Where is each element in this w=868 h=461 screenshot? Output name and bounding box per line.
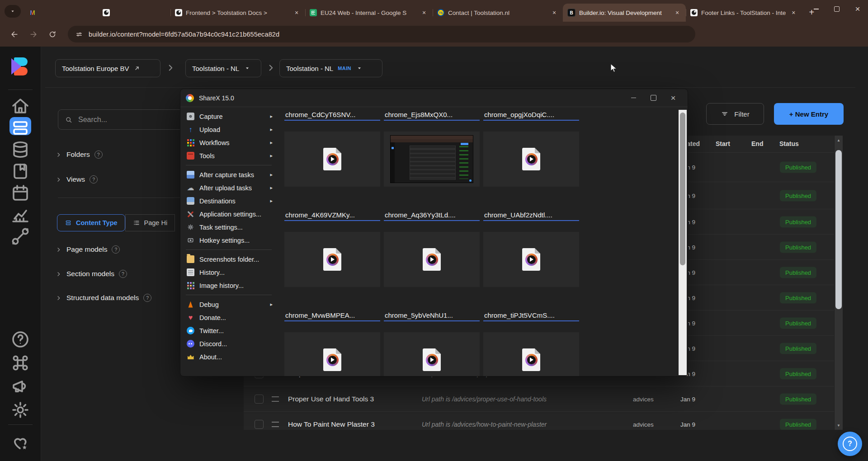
tab-close-icon[interactable] xyxy=(550,9,558,17)
row-drag-handle-icon[interactable] xyxy=(272,396,279,402)
file-thumbnail[interactable] xyxy=(284,232,380,287)
file-name[interactable]: chrome_opgjXoDqiC.... xyxy=(483,110,579,121)
browser-tab[interactable] xyxy=(24,4,42,22)
sidebar-rail-item[interactable] xyxy=(9,399,31,417)
browser-tab[interactable]: EU24 Web - Internal - Google S xyxy=(305,4,433,22)
views-section-toggle[interactable]: Views ? xyxy=(55,175,98,183)
builder-logo[interactable] xyxy=(11,57,29,75)
folders-section-toggle[interactable]: Folders ? xyxy=(55,151,103,159)
tab-close-icon[interactable] xyxy=(673,9,681,17)
sharex-menu-item[interactable]: Application settings... xyxy=(180,207,278,221)
table-row[interactable]: How To Paint New Plaster 3 Url path is /… xyxy=(244,412,834,430)
sharex-menu-item[interactable]: Donate... xyxy=(180,311,278,324)
file-item[interactable]: chrome_UAbf2zNdtl.... xyxy=(483,210,579,287)
back-icon[interactable] xyxy=(10,30,19,39)
header-start[interactable]: Start xyxy=(716,140,730,147)
breadcrumb-org[interactable]: Toolstation Europe BV xyxy=(55,59,160,77)
sidebar-rail-item[interactable] xyxy=(9,352,31,370)
sidebar-rail-item[interactable] xyxy=(9,226,31,244)
sharex-minimize-button[interactable] xyxy=(623,89,643,107)
browser-tab[interactable]: Builder.io: Visual Development xyxy=(563,4,686,22)
sharex-menu-item[interactable]: Screenshots folder... xyxy=(180,253,278,266)
sidebar-rail-item[interactable] xyxy=(9,204,31,222)
file-item[interactable]: chrome_Ejs8MxQX0... xyxy=(384,110,480,187)
sharex-menu-item[interactable]: Discord... xyxy=(180,337,278,350)
window-minimize-button[interactable] xyxy=(806,0,826,18)
file-name[interactable]: chrome_Ejs8MxQX0... xyxy=(384,110,480,121)
file-thumbnail[interactable] xyxy=(284,132,380,187)
sidebar-rail-item[interactable] xyxy=(9,95,31,113)
file-item[interactable]: chrome_5ybVeNhU1... xyxy=(384,310,480,376)
file-name[interactable]: chrome_CdCyT6SNV... xyxy=(284,110,380,121)
sharex-menu-item[interactable]: Twitter... xyxy=(180,324,278,337)
file-item[interactable]: chrome_opgjXoDqiC.... xyxy=(483,110,579,187)
browser-tab[interactable] xyxy=(42,4,170,22)
header-status[interactable]: Status xyxy=(779,140,799,147)
sidebar-rail-item[interactable] xyxy=(9,139,31,157)
header-end[interactable]: End xyxy=(751,140,763,147)
file-name[interactable]: chrome_UAbf2zNdtl.... xyxy=(483,210,579,221)
site-info-icon[interactable] xyxy=(75,30,83,38)
sidebar-rail-item[interactable] xyxy=(9,117,31,135)
address-bar[interactable]: builder.io/content?model=6fd57a50a7b94c0… xyxy=(68,26,695,42)
scroll-up-icon[interactable]: ▲ xyxy=(835,136,843,144)
window-close-button[interactable] xyxy=(847,0,868,18)
sidebar-rail-item[interactable] xyxy=(9,376,31,394)
table-row[interactable]: Proper Use of Hand Tools 3 Url path is /… xyxy=(244,386,834,412)
file-name[interactable]: chrome_tiPJt5VCmS.... xyxy=(483,310,579,321)
table-scrollbar[interactable]: ▲ ▼ xyxy=(835,136,843,430)
tab-page-hierarchy[interactable]: Page Hi xyxy=(125,214,175,231)
file-thumbnail[interactable] xyxy=(384,332,480,376)
sharex-menu-item[interactable]: About... xyxy=(180,350,278,363)
file-item[interactable]: chrome_Aq36Yy3tLd.... xyxy=(384,210,480,287)
row-title[interactable]: How To Paint New Plaster 3 xyxy=(288,420,375,428)
sharex-menu-item[interactable]: Image history... xyxy=(180,279,278,292)
file-name[interactable]: chrome_5ybVeNhU1... xyxy=(384,310,480,321)
file-thumbnail[interactable] xyxy=(284,332,380,376)
sharex-menu-item[interactable]: Upload ▸ xyxy=(180,123,278,136)
sharex-maximize-button[interactable] xyxy=(643,89,663,107)
file-item[interactable]: chrome_MvwBMPEA... xyxy=(284,310,380,376)
tab-close-icon[interactable] xyxy=(420,9,428,17)
help-circle-icon[interactable]: ? xyxy=(94,151,103,159)
file-name[interactable]: chrome_Aq36Yy3tLd.... xyxy=(384,210,480,221)
help-circle-icon[interactable]: ? xyxy=(119,270,127,278)
sharex-scrollbar-thumb[interactable] xyxy=(680,113,685,265)
sharex-menu-item[interactable]: Debug ▸ xyxy=(180,298,278,311)
new-entry-button[interactable]: + New Entry xyxy=(774,103,844,125)
file-thumbnail[interactable] xyxy=(483,332,579,376)
search-input[interactable]: Search... xyxy=(58,109,191,130)
browser-tab[interactable]: Footer Links - ToolStation - Inte xyxy=(686,4,802,22)
file-thumbnail[interactable] xyxy=(384,232,480,287)
breadcrumb-model-dropdown[interactable]: Toolstation - NL MAIN xyxy=(279,59,382,77)
sharex-close-button[interactable] xyxy=(663,89,683,107)
forward-icon[interactable] xyxy=(29,30,38,39)
sidebar-rail-item[interactable] xyxy=(9,182,31,200)
row-title[interactable]: Proper Use of Hand Tools 3 xyxy=(288,395,374,403)
screenshot-thumbnail[interactable] xyxy=(384,132,480,187)
help-circle-icon[interactable]: ? xyxy=(90,175,98,183)
sharex-titlebar[interactable]: ShareX 15.0 xyxy=(180,89,688,107)
help-fab-button[interactable]: ? xyxy=(838,432,862,456)
tab-search-chevron-button[interactable] xyxy=(5,5,21,18)
sharex-menu-item[interactable]: Task settings... xyxy=(180,221,278,234)
row-checkbox[interactable] xyxy=(255,395,264,404)
browser-tab[interactable]: Contact | Toolstation.nl xyxy=(433,4,563,22)
file-thumbnail[interactable] xyxy=(483,132,579,187)
sharex-menu-item[interactable]: Tools ▸ xyxy=(180,149,278,162)
help-circle-icon[interactable]: ? xyxy=(112,245,120,254)
url-text[interactable]: builder.io/content?model=6fd57a50a7b94c0… xyxy=(89,31,279,38)
row-drag-handle-icon[interactable] xyxy=(272,422,279,427)
help-circle-icon[interactable]: ? xyxy=(143,294,151,302)
sharex-menu-item[interactable]: After capture tasks ▸ xyxy=(180,168,278,181)
file-name[interactable]: chrome_4K69VZMKy... xyxy=(284,210,380,221)
file-name[interactable]: chrome_MvwBMPEA... xyxy=(284,310,380,321)
sharex-menu-item[interactable]: Destinations ▸ xyxy=(180,194,278,207)
browser-tab[interactable]: Frontend > Toolstation Docs > xyxy=(170,4,305,22)
structured-data-models-toggle[interactable]: Structured data models ? xyxy=(55,294,151,302)
sharex-menu-item[interactable]: History... xyxy=(180,266,278,279)
file-item[interactable]: chrome_tiPJt5VCmS.... xyxy=(483,310,579,376)
sharex-scrollbar[interactable] xyxy=(679,110,687,375)
sharex-menu-item[interactable]: Hotkey settings... xyxy=(180,234,278,247)
section-models-toggle[interactable]: Section models ? xyxy=(55,270,127,278)
